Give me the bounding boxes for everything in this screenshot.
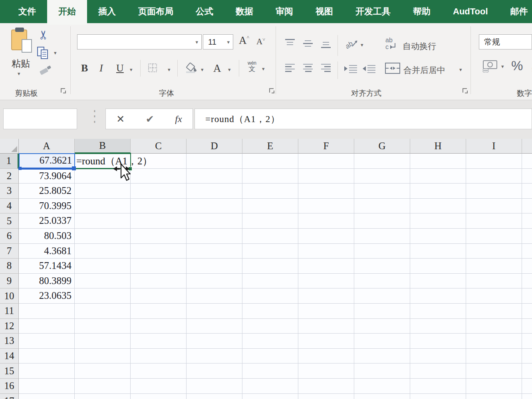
cell-D7[interactable] [187, 244, 242, 259]
cell-E10[interactable] [242, 288, 298, 304]
row-header-12[interactable]: 12 [0, 319, 19, 334]
borders-dropdown-arrow[interactable]: ▾ [168, 67, 171, 72]
cell-C7[interactable] [131, 244, 187, 259]
increase-font-size-button[interactable]: A˄ [239, 34, 249, 47]
cell-H15[interactable] [410, 363, 466, 379]
alignment-dialog-launcher[interactable] [463, 88, 467, 93]
cell-H16[interactable] [410, 379, 466, 394]
phonetic-dropdown-arrow[interactable]: ▾ [262, 66, 265, 71]
cell-C2[interactable] [131, 169, 187, 184]
cell-F13[interactable] [298, 334, 354, 349]
row-header-17[interactable]: 17 [0, 394, 19, 399]
fill-color-dropdown-arrow[interactable]: ▾ [201, 67, 204, 72]
cell-H8[interactable] [410, 259, 466, 274]
name-box-input[interactable] [4, 109, 77, 129]
cell-H5[interactable] [410, 213, 466, 229]
cell-G13[interactable] [354, 334, 410, 349]
cell-F11[interactable] [298, 304, 354, 319]
paste-dropdown-arrow[interactable]: ▾ [18, 71, 20, 76]
underline-dropdown-arrow[interactable]: ▾ [130, 67, 133, 72]
cell-A3[interactable]: 25.8052 [19, 184, 75, 199]
cell-partial8[interactable] [522, 259, 532, 274]
cell-I15[interactable] [466, 363, 522, 379]
column-header-D[interactable]: D [187, 139, 242, 154]
align-top-icon[interactable] [284, 38, 296, 49]
cell-B4[interactable] [75, 199, 131, 214]
cell-G5[interactable] [354, 213, 410, 229]
column-header-H[interactable]: H [410, 139, 466, 154]
cell-F17[interactable] [298, 394, 354, 399]
cell-A10[interactable]: 23.0635 [19, 288, 75, 304]
tab-5[interactable]: 公式 [185, 0, 224, 23]
row-header-10[interactable]: 10 [0, 288, 19, 304]
cell-H14[interactable] [410, 349, 466, 364]
italic-button[interactable]: I [99, 62, 103, 74]
orientation-icon[interactable]: ab [344, 37, 359, 51]
column-header-B[interactable]: B [75, 139, 131, 154]
cell-G12[interactable] [354, 319, 410, 334]
wrap-text-button[interactable]: 自动换行 [403, 41, 436, 52]
cell-G11[interactable] [354, 304, 410, 319]
cell-partial13[interactable] [522, 334, 532, 349]
cell-G6[interactable] [354, 229, 410, 244]
cell-D15[interactable] [187, 363, 242, 379]
cell-partial11[interactable] [522, 304, 532, 319]
cell-G7[interactable] [354, 244, 410, 259]
decrease-font-size-button[interactable]: A˅ [256, 37, 265, 47]
cell-E13[interactable] [242, 334, 298, 349]
cell-D17[interactable] [187, 394, 242, 399]
align-center-icon[interactable] [302, 63, 314, 75]
cell-D1[interactable] [187, 154, 242, 169]
cell-D5[interactable] [187, 213, 242, 229]
cell-G4[interactable] [354, 199, 410, 214]
cell-G16[interactable] [354, 379, 410, 394]
cell-G14[interactable] [354, 349, 410, 364]
wrap-text-icon[interactable]: ab c [385, 36, 400, 53]
borders-icon[interactable] [148, 63, 157, 74]
cell-A13[interactable] [19, 334, 75, 349]
cell-B11[interactable] [75, 304, 131, 319]
cell-E12[interactable] [242, 319, 298, 334]
cell-D14[interactable] [187, 349, 242, 364]
row-header-7[interactable]: 7 [0, 244, 19, 259]
cell-F3[interactable] [298, 184, 354, 199]
cell-D4[interactable] [187, 199, 242, 214]
cell-G3[interactable] [354, 184, 410, 199]
cell-E15[interactable] [242, 363, 298, 379]
cell-H9[interactable] [410, 274, 466, 289]
cell-I3[interactable] [466, 184, 522, 199]
copy-icon[interactable] [37, 46, 50, 61]
cell-C6[interactable] [131, 229, 187, 244]
column-header-G[interactable]: G [354, 139, 410, 154]
cell-H13[interactable] [410, 334, 466, 349]
cell-partial6[interactable] [522, 229, 532, 244]
cell-partial1[interactable] [522, 154, 532, 169]
cell-D9[interactable] [187, 274, 242, 289]
paste-icon[interactable] [11, 29, 30, 51]
cell-F12[interactable] [298, 319, 354, 334]
cell-I9[interactable] [466, 274, 522, 289]
cell-D11[interactable] [187, 304, 242, 319]
font-name-combo[interactable]: ▾ [77, 34, 202, 49]
cell-H4[interactable] [410, 199, 466, 214]
cell-I12[interactable] [466, 319, 522, 334]
row-header-13[interactable]: 13 [0, 334, 19, 349]
cell-partial10[interactable] [522, 288, 532, 304]
font-color-dropdown-arrow[interactable]: ▾ [228, 67, 231, 72]
cell-H12[interactable] [410, 319, 466, 334]
fill-color-icon[interactable] [185, 62, 198, 75]
cell-F7[interactable] [298, 244, 354, 259]
cell-A7[interactable]: 4.3681 [19, 244, 75, 259]
cell-B6[interactable] [75, 229, 131, 244]
increase-indent-icon[interactable] [362, 64, 376, 75]
column-header-C[interactable]: C [131, 139, 187, 154]
cell-B17[interactable] [75, 394, 131, 399]
row-header-6[interactable]: 6 [0, 229, 19, 244]
cell-D2[interactable] [187, 169, 242, 184]
cell-E7[interactable] [242, 244, 298, 259]
tab-1[interactable]: 文件 [7, 0, 47, 23]
cell-B13[interactable] [75, 334, 131, 349]
cell-partial7[interactable] [522, 244, 532, 259]
enter-icon[interactable]: ✔ [146, 113, 154, 125]
column-header-E[interactable]: E [242, 139, 298, 154]
